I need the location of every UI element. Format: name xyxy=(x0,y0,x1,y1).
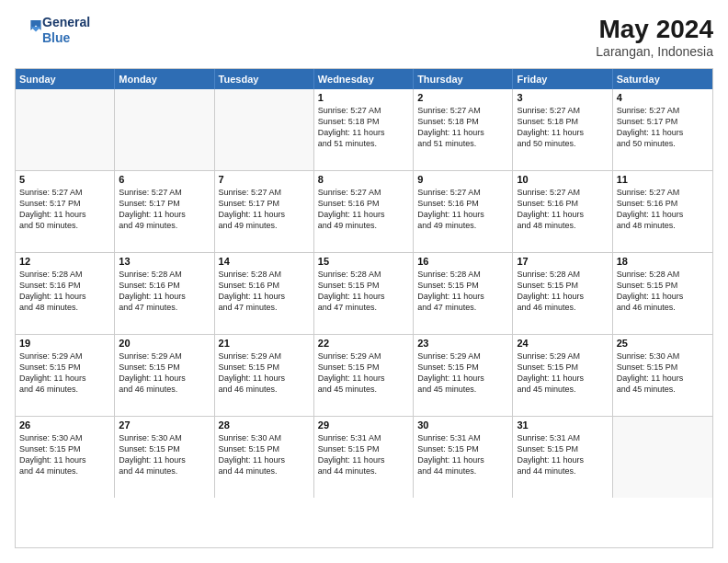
day-cell-25: 25Sunrise: 5:30 AM Sunset: 5:15 PM Dayli… xyxy=(613,335,712,416)
logo-line2: Blue xyxy=(42,30,90,46)
day-info: Sunrise: 5:31 AM Sunset: 5:15 PM Dayligh… xyxy=(417,432,508,477)
day-info: Sunrise: 5:29 AM Sunset: 5:15 PM Dayligh… xyxy=(318,350,409,396)
day-cell-6: 6Sunrise: 5:27 AM Sunset: 5:17 PM Daylig… xyxy=(115,171,214,252)
logo-icon xyxy=(17,18,42,39)
day-number: 11 xyxy=(617,174,709,185)
day-number: 22 xyxy=(318,338,409,349)
day-cell-20: 20Sunrise: 5:29 AM Sunset: 5:15 PM Dayli… xyxy=(115,335,214,416)
day-cell-26: 26Sunrise: 5:30 AM Sunset: 5:15 PM Dayli… xyxy=(16,417,115,498)
header-day-monday: Monday xyxy=(115,69,214,89)
header-day-thursday: Thursday xyxy=(414,69,513,89)
day-cell-27: 27Sunrise: 5:30 AM Sunset: 5:15 PM Dayli… xyxy=(115,417,214,498)
day-info: Sunrise: 5:30 AM Sunset: 5:15 PM Dayligh… xyxy=(119,432,210,477)
day-cell-4: 4Sunrise: 5:27 AM Sunset: 5:17 PM Daylig… xyxy=(613,89,712,170)
subtitle: Larangan, Indonesia xyxy=(596,44,713,59)
header-day-saturday: Saturday xyxy=(613,69,712,89)
day-info: Sunrise: 5:30 AM Sunset: 5:15 PM Dayligh… xyxy=(617,350,709,396)
day-info: Sunrise: 5:29 AM Sunset: 5:15 PM Dayligh… xyxy=(517,350,608,396)
day-info: Sunrise: 5:31 AM Sunset: 5:15 PM Dayligh… xyxy=(517,432,608,477)
calendar-row-2: 5Sunrise: 5:27 AM Sunset: 5:17 PM Daylig… xyxy=(16,171,712,253)
day-cell-15: 15Sunrise: 5:28 AM Sunset: 5:15 PM Dayli… xyxy=(314,253,414,334)
day-number: 30 xyxy=(417,419,508,431)
header-day-wednesday: Wednesday xyxy=(314,69,414,89)
logo-line1: General xyxy=(42,15,90,30)
empty-cell xyxy=(115,89,214,170)
day-number: 1 xyxy=(318,92,409,103)
day-cell-12: 12Sunrise: 5:28 AM Sunset: 5:16 PM Dayli… xyxy=(16,253,115,334)
day-cell-29: 29Sunrise: 5:31 AM Sunset: 5:15 PM Dayli… xyxy=(314,417,414,498)
day-info: Sunrise: 5:27 AM Sunset: 5:16 PM Dayligh… xyxy=(417,187,508,232)
day-number: 27 xyxy=(119,419,210,431)
day-info: Sunrise: 5:28 AM Sunset: 5:16 PM Dayligh… xyxy=(19,269,110,314)
page-container: General Blue May 2024 Larangan, Indonesi… xyxy=(0,0,728,563)
day-info: Sunrise: 5:28 AM Sunset: 5:15 PM Dayligh… xyxy=(617,269,709,314)
calendar-row-5: 26Sunrise: 5:30 AM Sunset: 5:15 PM Dayli… xyxy=(16,417,712,498)
day-number: 10 xyxy=(517,174,608,185)
day-info: Sunrise: 5:30 AM Sunset: 5:15 PM Dayligh… xyxy=(19,432,110,477)
day-info: Sunrise: 5:28 AM Sunset: 5:15 PM Dayligh… xyxy=(417,269,508,314)
day-cell-1: 1Sunrise: 5:27 AM Sunset: 5:18 PM Daylig… xyxy=(314,89,414,170)
day-cell-18: 18Sunrise: 5:28 AM Sunset: 5:15 PM Dayli… xyxy=(613,253,712,334)
day-info: Sunrise: 5:27 AM Sunset: 5:16 PM Dayligh… xyxy=(517,187,608,232)
day-info: Sunrise: 5:29 AM Sunset: 5:15 PM Dayligh… xyxy=(417,350,508,396)
day-cell-11: 11Sunrise: 5:27 AM Sunset: 5:16 PM Dayli… xyxy=(613,171,712,252)
calendar: SundayMondayTuesdayWednesdayThursdayFrid… xyxy=(15,68,713,548)
day-cell-28: 28Sunrise: 5:30 AM Sunset: 5:15 PM Dayli… xyxy=(215,417,314,498)
day-number: 28 xyxy=(219,419,310,431)
day-number: 7 xyxy=(219,174,310,185)
day-cell-24: 24Sunrise: 5:29 AM Sunset: 5:15 PM Dayli… xyxy=(513,335,612,416)
empty-cell xyxy=(215,89,314,170)
day-number: 17 xyxy=(517,256,608,267)
main-title: May 2024 xyxy=(596,15,713,44)
day-number: 15 xyxy=(318,256,409,267)
day-info: Sunrise: 5:27 AM Sunset: 5:17 PM Dayligh… xyxy=(219,187,310,232)
day-number: 12 xyxy=(19,256,110,267)
day-number: 24 xyxy=(517,338,608,349)
day-number: 14 xyxy=(219,256,310,267)
day-info: Sunrise: 5:28 AM Sunset: 5:16 PM Dayligh… xyxy=(119,269,210,314)
day-cell-30: 30Sunrise: 5:31 AM Sunset: 5:15 PM Dayli… xyxy=(414,417,513,498)
day-cell-3: 3Sunrise: 5:27 AM Sunset: 5:18 PM Daylig… xyxy=(513,89,612,170)
day-number: 25 xyxy=(617,338,709,349)
day-number: 6 xyxy=(119,174,210,185)
day-info: Sunrise: 5:27 AM Sunset: 5:17 PM Dayligh… xyxy=(617,105,709,150)
day-info: Sunrise: 5:31 AM Sunset: 5:15 PM Dayligh… xyxy=(318,432,409,477)
header-day-tuesday: Tuesday xyxy=(215,69,314,89)
day-cell-10: 10Sunrise: 5:27 AM Sunset: 5:16 PM Dayli… xyxy=(513,171,612,252)
day-cell-7: 7Sunrise: 5:27 AM Sunset: 5:17 PM Daylig… xyxy=(215,171,314,252)
day-number: 29 xyxy=(318,419,409,431)
day-info: Sunrise: 5:28 AM Sunset: 5:15 PM Dayligh… xyxy=(318,269,409,314)
day-info: Sunrise: 5:27 AM Sunset: 5:18 PM Dayligh… xyxy=(517,105,608,150)
day-number: 3 xyxy=(517,92,608,103)
day-info: Sunrise: 5:29 AM Sunset: 5:15 PM Dayligh… xyxy=(19,350,110,396)
calendar-body: 1Sunrise: 5:27 AM Sunset: 5:18 PM Daylig… xyxy=(16,89,712,498)
day-info: Sunrise: 5:28 AM Sunset: 5:15 PM Dayligh… xyxy=(517,269,608,314)
day-number: 20 xyxy=(119,338,210,349)
logo: General Blue xyxy=(15,15,90,46)
header: General Blue May 2024 Larangan, Indonesi… xyxy=(15,15,713,59)
day-cell-5: 5Sunrise: 5:27 AM Sunset: 5:17 PM Daylig… xyxy=(16,171,115,252)
title-block: May 2024 Larangan, Indonesia xyxy=(596,15,713,59)
day-number: 26 xyxy=(19,419,110,431)
header-day-friday: Friday xyxy=(513,69,612,89)
day-cell-23: 23Sunrise: 5:29 AM Sunset: 5:15 PM Dayli… xyxy=(414,335,513,416)
day-number: 5 xyxy=(19,174,110,185)
day-cell-13: 13Sunrise: 5:28 AM Sunset: 5:16 PM Dayli… xyxy=(115,253,214,334)
svg-marker-1 xyxy=(30,27,40,32)
day-number: 31 xyxy=(517,419,608,431)
day-number: 8 xyxy=(318,174,409,185)
day-cell-8: 8Sunrise: 5:27 AM Sunset: 5:16 PM Daylig… xyxy=(314,171,414,252)
empty-cell xyxy=(16,89,115,170)
day-number: 2 xyxy=(417,92,508,103)
day-cell-22: 22Sunrise: 5:29 AM Sunset: 5:15 PM Dayli… xyxy=(314,335,414,416)
day-number: 4 xyxy=(617,92,709,103)
day-number: 18 xyxy=(617,256,709,267)
calendar-row-3: 12Sunrise: 5:28 AM Sunset: 5:16 PM Dayli… xyxy=(16,253,712,335)
day-number: 9 xyxy=(417,174,508,185)
calendar-header: SundayMondayTuesdayWednesdayThursdayFrid… xyxy=(16,69,712,89)
header-day-sunday: Sunday xyxy=(16,69,115,89)
day-info: Sunrise: 5:28 AM Sunset: 5:16 PM Dayligh… xyxy=(219,269,310,314)
day-cell-16: 16Sunrise: 5:28 AM Sunset: 5:15 PM Dayli… xyxy=(414,253,513,334)
day-number: 21 xyxy=(219,338,310,349)
day-cell-2: 2Sunrise: 5:27 AM Sunset: 5:18 PM Daylig… xyxy=(414,89,513,170)
